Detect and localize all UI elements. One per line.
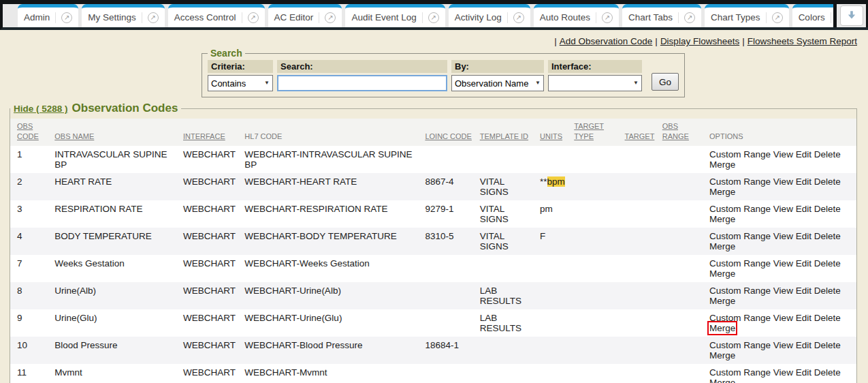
cell-loinc-code	[425, 146, 479, 173]
delete-link[interactable]: Delete	[814, 367, 841, 378]
custom-range-link[interactable]: Custom Range	[709, 258, 771, 269]
sort-link-loinc-code[interactable]: LOINC CODE	[425, 132, 471, 140]
cell-units	[540, 337, 574, 364]
delete-link[interactable]: Delete	[814, 204, 841, 214]
edit-link[interactable]: Edit	[796, 367, 811, 378]
cell-interface: WEBCHART	[183, 228, 244, 255]
sort-link-obs-range[interactable]: OBS RANGE	[662, 122, 689, 140]
merge-link[interactable]: Merge	[709, 214, 735, 224]
go-button[interactable]: Go	[652, 73, 679, 91]
cell-obs-code: 3	[10, 200, 54, 228]
delete-link[interactable]: Delete	[814, 286, 841, 296]
tab-chart-tabs[interactable]: Chart Tabs↗	[622, 4, 701, 27]
custom-range-link[interactable]: Custom Range	[709, 149, 771, 159]
tab-ac-editor[interactable]: AC Editor↗	[268, 4, 342, 27]
delete-link[interactable]: Delete	[814, 177, 841, 187]
view-link[interactable]: View	[773, 313, 793, 323]
edit-link[interactable]: Edit	[796, 231, 811, 241]
tab-auto-routes[interactable]: Auto Routes↗	[534, 4, 619, 27]
search-input[interactable]	[277, 75, 447, 91]
scroll-tabs-button[interactable]	[840, 5, 863, 26]
link-add-observation-code[interactable]: Add Observation Code	[560, 36, 653, 46]
tab-admin[interactable]: Admin↗	[18, 4, 78, 27]
custom-range-link[interactable]: Custom Range	[709, 177, 771, 187]
edit-link[interactable]: Edit	[796, 177, 811, 187]
table-row: 2HEART RATEWEBCHARTWEBCHART-HEART RATE88…	[10, 173, 856, 200]
delete-link[interactable]: Delete	[814, 149, 841, 159]
cell-template-id: VITAL SIGNS	[480, 228, 540, 255]
tab-activity-log[interactable]: Activity Log↗	[449, 4, 530, 27]
custom-range-link[interactable]: Custom Range	[709, 367, 771, 378]
interface-label: Interface:	[548, 60, 642, 73]
cell-units	[540, 364, 574, 383]
custom-range-link[interactable]: Custom Range	[709, 286, 771, 296]
hide-count-link[interactable]: Hide ( 5288 )	[14, 104, 68, 114]
cell-obs-range	[662, 228, 709, 255]
sort-link-interface[interactable]: INTERFACE	[183, 132, 225, 140]
sort-link-units[interactable]: UNITS	[540, 132, 562, 140]
cell-obs-range	[662, 337, 709, 364]
section-title: Observation Codes	[72, 102, 178, 114]
custom-range-link[interactable]: Custom Range	[709, 204, 771, 214]
view-link[interactable]: View	[773, 258, 793, 269]
merge-link[interactable]: Merge	[709, 159, 735, 170]
cell-loinc-code: 9279-1	[425, 200, 479, 228]
edit-link[interactable]: Edit	[796, 340, 811, 350]
cell-loinc-code: 8867-4	[425, 173, 479, 200]
edit-link[interactable]: Edit	[796, 286, 811, 296]
edit-link[interactable]: Edit	[796, 204, 811, 214]
custom-range-link[interactable]: Custom Range	[709, 340, 771, 350]
merge-link[interactable]: Merge	[709, 241, 735, 251]
merge-link[interactable]: Merge	[709, 350, 735, 361]
cell-obs-range	[662, 146, 709, 173]
sort-link-target-type[interactable]: TARGET TYPE	[574, 122, 604, 140]
edit-link[interactable]: Edit	[796, 313, 811, 323]
view-link[interactable]: View	[773, 177, 793, 187]
custom-range-link[interactable]: Custom Range	[709, 231, 771, 241]
view-link[interactable]: View	[773, 231, 793, 241]
merge-link[interactable]: Merge	[709, 187, 735, 197]
cell-obs-name: BODY TEMPERATURE	[54, 228, 183, 255]
view-link[interactable]: View	[773, 340, 793, 350]
by-select-wrap: Observation Name	[451, 75, 544, 91]
link-flowsheets-system-report[interactable]: Flowsheets System Report	[748, 36, 857, 46]
view-link[interactable]: View	[773, 286, 793, 296]
sort-link-obs-code[interactable]: OBS CODE	[17, 122, 39, 140]
view-link[interactable]: View	[773, 204, 793, 214]
delete-link[interactable]: Delete	[814, 258, 841, 269]
cell-target-type	[574, 337, 624, 364]
edit-link[interactable]: Edit	[796, 258, 811, 269]
tab-audit-event-log[interactable]: Audit Event Log↗	[345, 4, 445, 27]
tab-my-settings[interactable]: My Settings↗	[82, 4, 165, 27]
merge-link[interactable]: Merge	[709, 269, 735, 279]
table-row: 4BODY TEMPERATUREWEBCHARTWEBCHART-BODY T…	[10, 228, 856, 255]
tab-colors[interactable]: Colors↗	[792, 4, 833, 27]
criteria-select[interactable]: Contains	[208, 75, 273, 91]
tab-chart-types[interactable]: Chart Types↗	[705, 4, 789, 27]
cell-obs-name: RESPIRATION RATE	[54, 200, 183, 228]
link-display-flowsheets[interactable]: Display Flowsheets	[660, 36, 739, 46]
cell-options: Custom Range View Edit DeleteMerge	[709, 282, 856, 309]
custom-range-link[interactable]: Custom Range	[709, 313, 771, 323]
by-select[interactable]: Observation Name	[451, 75, 544, 91]
view-link[interactable]: View	[773, 367, 793, 378]
cell-template-id: VITAL SIGNS	[480, 173, 540, 200]
sort-link-target[interactable]: TARGET	[625, 132, 655, 140]
sort-link-obs-name[interactable]: OBS NAME	[54, 132, 94, 140]
merge-link[interactable]: Merge	[709, 296, 735, 306]
merge-link[interactable]: Merge	[709, 323, 735, 333]
tab-access-control[interactable]: Access Control↗	[168, 4, 265, 27]
delete-link[interactable]: Delete	[814, 313, 841, 323]
cell-template-id	[480, 364, 540, 383]
table-row: 9Urine(Glu)WEBCHARTWEBCHART-Urine(Glu)LA…	[10, 309, 856, 337]
edit-link[interactable]: Edit	[796, 149, 811, 159]
view-link[interactable]: View	[773, 149, 793, 159]
cell-template-id: LAB RESULTS	[480, 309, 540, 337]
delete-link[interactable]: Delete	[814, 231, 841, 241]
delete-link[interactable]: Delete	[814, 340, 841, 350]
merge-link[interactable]: Merge	[709, 378, 735, 383]
cell-obs-code: 7	[10, 255, 54, 282]
tab-label: AC Editor	[274, 12, 319, 22]
interface-select[interactable]	[548, 75, 642, 91]
sort-link-template-id[interactable]: TEMPLATE ID	[480, 132, 528, 140]
